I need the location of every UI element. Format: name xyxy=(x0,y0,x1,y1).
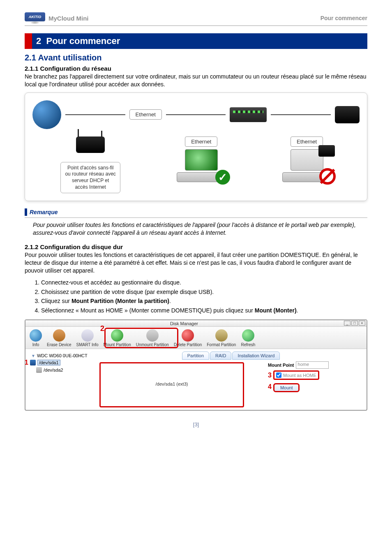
callout-3: 3 xyxy=(268,372,272,379)
note-body: Pour pouvoir utiliser toutes les fonctio… xyxy=(33,221,367,237)
tree-partition-2[interactable]: /dev/sda2 xyxy=(36,367,92,373)
disk-manager-main: Partition RAID Installation Wizard /dev/… xyxy=(95,349,367,410)
heading-2-1-1: 2.1.1 Configuration du réseau xyxy=(25,65,367,72)
refresh-icon xyxy=(242,329,254,342)
paragraph-disk-config: Pour pouvoir utiliser toutes les fonctio… xyxy=(25,251,367,275)
mount-panel: Mount Point home 3 Mount as HOME 4 Mount xyxy=(268,361,362,394)
delete-icon xyxy=(182,329,194,342)
device-tree: ▼WDC WD60 0UE-00HCT 1 /dev/sda1 /dev/sda… xyxy=(25,349,95,410)
window-titlebar: _ □ × Disk Manager xyxy=(25,320,367,327)
page-header: AKiTiO MyCloud Mini Pour commencer xyxy=(25,12,367,26)
toolbar-delete-partition[interactable]: Delete Partition xyxy=(171,328,204,349)
toolbar-mount-partition[interactable]: Mount Partition xyxy=(101,328,134,349)
heading-2-1: 2.1 Avant utilisation xyxy=(25,53,367,62)
mount-as-home-box: Mount as HOME xyxy=(273,370,319,380)
paragraph-network-config: Ne branchez pas l'appareil directement s… xyxy=(25,73,367,88)
disclosure-triangle-icon: ▼ xyxy=(31,354,35,358)
chapter-title: Pour commencer xyxy=(46,36,120,46)
device-overlay-icon xyxy=(318,145,335,157)
internet-globe-icon xyxy=(32,100,61,129)
callout-4: 4 xyxy=(268,383,272,391)
chapter-number: 2 xyxy=(36,36,41,46)
ethernet-label-right: Ethernet xyxy=(291,136,323,147)
mount-point-input[interactable]: home xyxy=(296,361,329,369)
step-1: Connectez-vous et accédez au gestionnair… xyxy=(41,279,367,287)
mount-icon xyxy=(111,329,123,342)
toolbar-info[interactable]: Info xyxy=(27,328,44,349)
toolbar-erase-device[interactable]: Erase Device xyxy=(44,328,74,349)
step-4: Sélectionnez « Mount as HOME » (Monter c… xyxy=(41,307,367,314)
network-switch-icon xyxy=(230,107,267,122)
note-divider xyxy=(25,217,367,218)
toolbar-unmount-partition[interactable]: Unmount Partition xyxy=(134,328,171,349)
window-minimize-icon[interactable]: _ xyxy=(344,321,350,326)
page-number: [3] xyxy=(25,421,367,428)
unmount-icon xyxy=(146,329,159,342)
step-2: Choisissez une partition de votre disque… xyxy=(41,288,367,296)
toolbar-refresh[interactable]: Refresh xyxy=(238,328,258,349)
erase-icon xyxy=(53,329,65,342)
callout-2: 2 xyxy=(100,324,104,333)
disk-manager-toolbar: 2 Info Erase Device SMART Info Mount Par… xyxy=(25,327,367,349)
format-icon xyxy=(215,329,228,342)
header-section-label: Pour commencer xyxy=(321,15,367,21)
network-diagram: Ethernet Point d'accès sans-fil ou route… xyxy=(25,92,367,201)
tree-disk[interactable]: ▼WDC WD60 0UE-00HCT xyxy=(31,353,92,358)
checkmark-icon: ✓ xyxy=(215,170,230,185)
window-maximize-icon[interactable]: □ xyxy=(351,321,358,326)
laptop-screen-icon xyxy=(185,149,218,171)
tab-installation-wizard[interactable]: Installation Wizard xyxy=(232,352,280,360)
partition-icon xyxy=(36,367,42,373)
smart-icon xyxy=(81,329,94,342)
mycloud-device-icon xyxy=(335,106,360,123)
laptop-forbidden: Ethernet xyxy=(282,136,332,193)
tab-bar: Partition RAID Installation Wizard xyxy=(99,352,362,360)
note-bar-icon xyxy=(25,208,27,216)
note-heading: Remarque xyxy=(25,208,367,216)
ethernet-label-left: Ethernet xyxy=(185,136,217,147)
window-title: Disk Manager xyxy=(25,320,367,327)
partition-label: /dev/sda1 (ext3) xyxy=(156,382,188,386)
partition-icon xyxy=(30,360,36,365)
forbidden-icon xyxy=(319,168,336,185)
steps-list: Connectez-vous et accédez au gestionnair… xyxy=(41,279,367,315)
disk-manager-window: _ □ × Disk Manager 2 Info Erase Device S… xyxy=(25,319,367,411)
laptop-allowed: Ethernet ✓ xyxy=(177,136,226,193)
logo-shadow xyxy=(31,21,39,24)
product-name: MyCloud Mini xyxy=(48,15,89,22)
partition-graphic[interactable]: /dev/sda1 (ext3) xyxy=(99,362,244,407)
toolbar-format-partition[interactable]: Format Partition xyxy=(204,328,238,349)
router-icon xyxy=(76,136,105,153)
mount-button[interactable]: Mount xyxy=(273,383,300,392)
router-caption: Point d'accès sans-fil ou routeur réseau… xyxy=(60,162,120,193)
brand-logo: AKiTiO xyxy=(25,12,45,21)
ethernet-label-top: Ethernet xyxy=(129,109,162,120)
mount-as-home-label: Mount as HOME xyxy=(283,373,316,378)
toolbar-smart-info[interactable]: SMART Info xyxy=(74,328,101,349)
mount-as-home-checkbox[interactable] xyxy=(276,372,281,378)
header-left: AKiTiO MyCloud Mini xyxy=(25,12,89,24)
note-title: Remarque xyxy=(30,209,58,215)
tab-raid[interactable]: RAID xyxy=(210,352,231,360)
step-3: Cliquez sur Mount Partition (Monter la p… xyxy=(41,297,367,305)
info-icon xyxy=(30,329,42,342)
router-block: Point d'accès sans-fil ou routeur réseau… xyxy=(60,136,120,193)
heading-2-1-2: 2.1.2 Configuration du disque dur xyxy=(25,243,367,250)
tree-partition-1[interactable]: /dev/sda1 xyxy=(37,360,60,365)
mount-point-label: Mount Point xyxy=(268,363,294,368)
window-close-icon[interactable]: × xyxy=(359,321,365,326)
chapter-banner: 2 Pour commencer xyxy=(25,33,367,49)
tab-partition[interactable]: Partition xyxy=(182,352,209,360)
callout-1: 1 xyxy=(25,359,28,366)
